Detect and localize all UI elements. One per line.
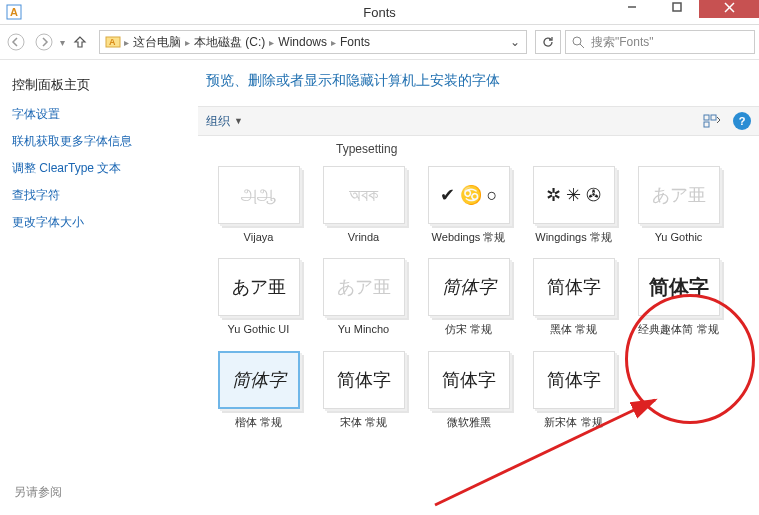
- font-name: 宋体 常规: [340, 415, 387, 429]
- font-tile-xinsongti[interactable]: 简体字 新宋体 常规: [521, 347, 626, 439]
- breadcrumb-segment[interactable]: 这台电脑: [129, 34, 185, 51]
- organize-button[interactable]: 组织: [206, 113, 230, 130]
- font-tile-kaiti[interactable]: 简体字 楷体 常规: [206, 347, 311, 439]
- svg-point-10: [573, 37, 581, 45]
- font-name: Wingdings 常规: [535, 230, 611, 244]
- font-preview: あア亜: [218, 258, 300, 316]
- font-tile-wingdings[interactable]: ✲ ✳ ✇ Wingdings 常规: [521, 162, 626, 254]
- font-preview: ✔ ♋ ○: [428, 166, 510, 224]
- close-button[interactable]: [699, 0, 759, 18]
- title-bar: A Fonts: [0, 0, 759, 24]
- font-name: 经典趣体简 常规: [638, 322, 718, 336]
- content-area: 控制面板主页 字体设置 联机获取更多字体信息 调整 ClearType 文本 查…: [0, 60, 759, 515]
- font-tile-jingdian-quti[interactable]: 简体字 经典趣体简 常规: [626, 254, 731, 346]
- font-tile-heiti[interactable]: 简体字 黑体 常规: [521, 254, 626, 346]
- sidebar-title[interactable]: 控制面板主页: [12, 76, 186, 94]
- command-bar: 组织 ▼ ?: [198, 106, 759, 136]
- window-controls: [609, 0, 759, 18]
- page-heading: 预览、删除或者显示和隐藏计算机上安装的字体: [198, 60, 759, 106]
- minimize-button[interactable]: [609, 0, 654, 18]
- font-preview: 简体字: [428, 351, 510, 409]
- svg-text:A: A: [10, 6, 18, 18]
- search-input[interactable]: 搜索"Fonts": [565, 30, 755, 54]
- sidebar-link-font-size[interactable]: 更改字体大小: [12, 214, 186, 231]
- font-name: 黑体 常规: [550, 322, 597, 336]
- font-preview: அஆ: [218, 166, 300, 224]
- breadcrumb-segment[interactable]: Fonts: [336, 35, 374, 49]
- search-placeholder: 搜索"Fonts": [591, 34, 654, 51]
- font-name: 新宋体 常规: [544, 415, 602, 429]
- svg-line-11: [580, 44, 584, 48]
- sidebar-link-find-char[interactable]: 查找字符: [12, 187, 186, 204]
- svg-rect-3: [673, 3, 681, 11]
- font-preview: 简体字: [428, 258, 510, 316]
- view-options-button[interactable]: [701, 111, 723, 131]
- breadcrumb-segment[interactable]: Windows: [274, 35, 331, 49]
- font-name: 微软雅黑: [447, 415, 491, 429]
- sidebar-link-get-fonts-online[interactable]: 联机获取更多字体信息: [12, 133, 186, 150]
- svg-point-6: [8, 34, 24, 50]
- font-tile-webdings[interactable]: ✔ ♋ ○ Webdings 常规: [416, 162, 521, 254]
- sidebar-see-also: 另请参阅: [14, 484, 62, 501]
- font-tile-yu-gothic-ui[interactable]: あア亜 Yu Gothic UI: [206, 254, 311, 346]
- font-preview: ✲ ✳ ✇: [533, 166, 615, 224]
- font-name: Yu Mincho: [338, 322, 389, 336]
- font-name: Vijaya: [244, 230, 274, 244]
- address-dropdown-icon[interactable]: ⌄: [504, 35, 526, 49]
- font-tile-vrinda[interactable]: অবক Vrinda: [311, 162, 416, 254]
- recent-dropdown-icon[interactable]: ▾: [60, 37, 65, 48]
- font-preview: 简体字: [638, 258, 720, 316]
- breadcrumb-segment[interactable]: 本地磁盘 (C:): [190, 34, 269, 51]
- font-grid: Typesetting அஆ Vijaya অবক Vrinda ✔ ♋ ○ W…: [198, 136, 759, 515]
- window-title: Fonts: [363, 5, 396, 20]
- font-preview: 简体字: [218, 351, 300, 409]
- font-name: Yu Gothic UI: [228, 322, 290, 336]
- maximize-button[interactable]: [654, 0, 699, 18]
- font-preview: あア亜: [323, 258, 405, 316]
- font-preview: 简体字: [323, 351, 405, 409]
- font-preview: অবক: [323, 166, 405, 224]
- font-tile-songti[interactable]: 简体字 宋体 常规: [311, 347, 416, 439]
- address-bar[interactable]: A ▸ 这台电脑 ▸ 本地磁盘 (C:) ▸ Windows ▸ Fonts ⌄: [99, 30, 527, 54]
- font-name: Vrinda: [348, 230, 379, 244]
- fonts-app-icon: A: [6, 4, 22, 20]
- search-icon: [572, 36, 585, 49]
- svg-rect-12: [704, 115, 709, 120]
- font-preview: 简体字: [533, 351, 615, 409]
- forward-button[interactable]: [32, 30, 56, 54]
- font-name: 仿宋 常规: [445, 322, 492, 336]
- up-button[interactable]: [69, 31, 91, 53]
- folder-icon: A: [104, 33, 122, 51]
- font-tile-yu-mincho[interactable]: あア亜 Yu Mincho: [311, 254, 416, 346]
- svg-point-7: [36, 34, 52, 50]
- font-name: Webdings 常规: [432, 230, 506, 244]
- font-name: 楷体 常规: [235, 415, 282, 429]
- main-panel: 预览、删除或者显示和隐藏计算机上安装的字体 组织 ▼ ? Typesetting…: [198, 60, 759, 515]
- sidebar-link-font-settings[interactable]: 字体设置: [12, 106, 186, 123]
- font-tile-msyahei[interactable]: 简体字 微软雅黑: [416, 347, 521, 439]
- chevron-down-icon[interactable]: ▼: [234, 116, 243, 126]
- back-button[interactable]: [4, 30, 28, 54]
- help-icon[interactable]: ?: [733, 112, 751, 130]
- font-tile-fangsong[interactable]: 简体字 仿宋 常规: [416, 254, 521, 346]
- font-name: Yu Gothic: [655, 230, 703, 244]
- font-tile-vijaya[interactable]: அஆ Vijaya: [206, 162, 311, 254]
- svg-rect-13: [711, 115, 716, 120]
- sidebar: 控制面板主页 字体设置 联机获取更多字体信息 调整 ClearType 文本 查…: [0, 60, 198, 515]
- group-header: Typesetting: [206, 140, 751, 162]
- svg-text:A: A: [109, 37, 116, 47]
- svg-rect-14: [704, 122, 709, 127]
- nav-toolbar: ▾ A ▸ 这台电脑 ▸ 本地磁盘 (C:) ▸ Windows ▸ Fonts…: [0, 24, 759, 60]
- font-tile-yu-gothic[interactable]: あア亜 Yu Gothic: [626, 162, 731, 254]
- font-preview: あア亜: [638, 166, 720, 224]
- refresh-button[interactable]: [535, 30, 561, 54]
- sidebar-link-cleartype[interactable]: 调整 ClearType 文本: [12, 160, 186, 177]
- font-preview: 简体字: [533, 258, 615, 316]
